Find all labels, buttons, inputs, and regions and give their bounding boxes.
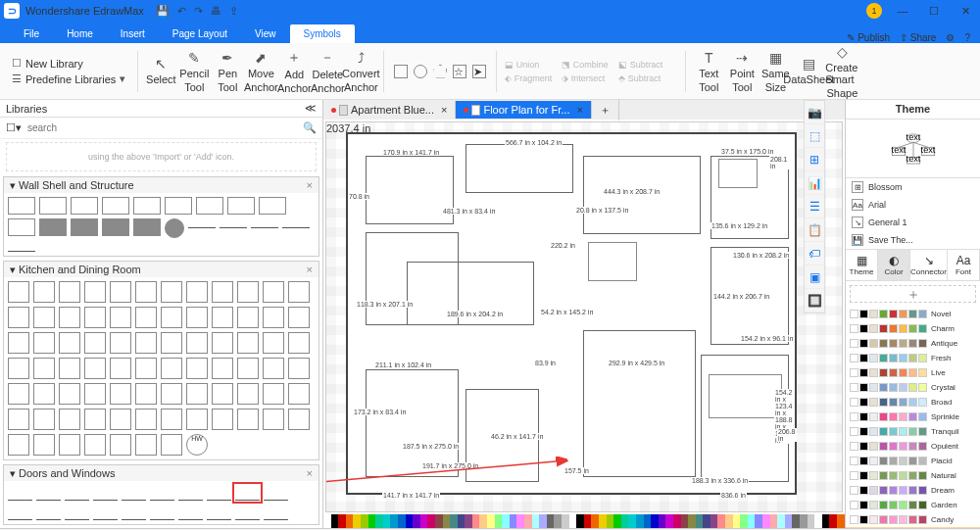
color-swatch[interactable] [740,514,748,528]
library-selector-icon[interactable]: ☐▾ [6,121,22,134]
kitchen-shape[interactable] [161,409,182,430]
kitchen-shape[interactable] [84,332,106,354]
tool-select[interactable]: ↖Select [144,49,177,94]
wall-shape[interactable] [8,218,35,236]
color-swatch[interactable] [458,514,466,528]
color-swatch[interactable] [688,514,696,528]
kitchen-shape[interactable] [135,332,157,354]
kitchen-shape[interactable] [288,409,310,430]
side-tool[interactable]: ☰ [805,195,824,218]
search-input[interactable] [27,122,297,133]
wall-shape[interactable] [251,227,278,228]
kitchen-shape[interactable] [33,383,55,405]
color-swatch[interactable] [673,514,681,528]
swatch-row[interactable]: Crystal [846,380,980,395]
color-swatch[interactable] [413,514,420,528]
kitchen-shape[interactable] [8,383,29,405]
tool-convert[interactable]: ⤴ConvertAnchor [344,49,377,94]
color-swatch[interactable] [644,514,652,528]
swatch-row[interactable]: Charm [846,321,980,336]
tab-document[interactable]: Apartment Blue... × [323,101,456,119]
color-swatch[interactable] [361,514,368,528]
color-swatch[interactable] [710,514,718,528]
shape-primitives[interactable]: ☆ ➤ [390,65,490,78]
kitchen-shape[interactable] [84,409,106,430]
color-swatch[interactable] [532,514,540,528]
kitchen-shape[interactable] [237,332,259,354]
wall-shape[interactable] [165,218,184,238]
side-tool[interactable]: 🏷 [805,242,824,265]
wall-shape[interactable] [220,227,247,228]
tool-pen[interactable]: ✒PenTool [211,49,244,94]
kitchen-shape[interactable] [59,332,80,354]
kitchen-shape[interactable] [84,281,106,303]
color-swatch[interactable] [792,514,800,528]
kitchen-shape[interactable] [59,281,80,303]
side-tool[interactable]: 📋 [805,218,824,242]
kitchen-shape[interactable] [110,307,131,328]
minimize-icon[interactable]: — [892,5,913,17]
kitchen-shape[interactable] [135,383,157,405]
redo-icon[interactable]: ↷ [194,5,203,18]
door-shape[interactable] [8,505,32,520]
color-swatch[interactable] [554,514,562,528]
kitchen-shape[interactable] [237,383,259,405]
theme-option[interactable]: ⊞Blossom [846,178,980,196]
kitchen-shape[interactable] [110,281,131,303]
theme-tab-font[interactable]: AaFont [948,250,980,280]
kitchen-shape[interactable] [84,383,106,405]
color-swatch[interactable] [717,514,725,528]
kitchen-shape[interactable] [263,281,284,303]
side-tool[interactable]: 📊 [805,171,824,195]
color-swatch[interactable] [562,514,569,528]
kitchen-shape[interactable] [212,332,233,354]
kitchen-shape[interactable] [110,358,131,379]
color-swatch[interactable] [398,514,406,528]
kitchen-shape[interactable] [288,332,310,354]
color-swatch[interactable] [368,514,376,528]
color-swatch[interactable] [338,514,346,528]
swatch-row[interactable]: Garden [846,498,980,512]
color-swatch[interactable] [516,514,524,528]
color-swatch[interactable] [636,514,644,528]
side-tool[interactable]: 📷 [805,101,824,124]
color-swatch[interactable] [770,514,778,528]
color-swatch[interactable] [659,514,666,528]
door-shape[interactable] [207,485,231,501]
wall-shape[interactable] [227,197,255,215]
color-swatch[interactable] [375,514,383,528]
search-icon[interactable]: 🔍 [303,121,317,134]
wall-shape[interactable] [133,218,161,236]
color-swatch[interactable] [383,514,391,528]
side-tool[interactable]: ⬚ [805,124,824,148]
color-swatch[interactable] [808,514,815,528]
kitchen-shape[interactable] [212,281,233,303]
wall-shape[interactable] [71,218,98,236]
door-shape[interactable] [207,505,231,520]
color-swatch[interactable] [420,514,428,528]
color-swatch[interactable] [353,514,361,528]
wall-shape[interactable] [196,197,223,215]
tool-add[interactable]: ＋AddAnchor [277,49,311,94]
new-library-button[interactable]: ☐ New Library [12,57,83,70]
swatch-row[interactable]: Opulent [846,439,980,454]
color-swatch[interactable] [539,514,547,528]
save-icon[interactable]: 💾 [156,5,170,18]
color-swatch[interactable] [725,514,733,528]
kitchen-shape[interactable] [288,281,310,303]
kitchen-shape[interactable] [135,434,157,456]
collapse-icon[interactable]: ≪ [305,102,317,115]
color-swatch[interactable] [800,514,808,528]
canvas[interactable]: 2037.4 in 170.9 in x 141.7 in566.7 in x … [325,121,843,512]
color-swatch[interactable] [591,514,599,528]
color-swatch[interactable] [837,514,845,528]
kitchen-shape[interactable] [59,434,80,456]
wall-shape[interactable] [39,218,67,236]
color-swatch[interactable] [435,514,443,528]
kitchen-shape[interactable] [161,383,182,405]
kitchen-shape[interactable] [237,409,259,430]
wall-shape[interactable] [8,197,35,215]
kitchen-shape[interactable] [8,434,29,456]
kitchen-shape[interactable] [288,358,310,379]
kitchen-shape[interactable] [186,409,208,430]
